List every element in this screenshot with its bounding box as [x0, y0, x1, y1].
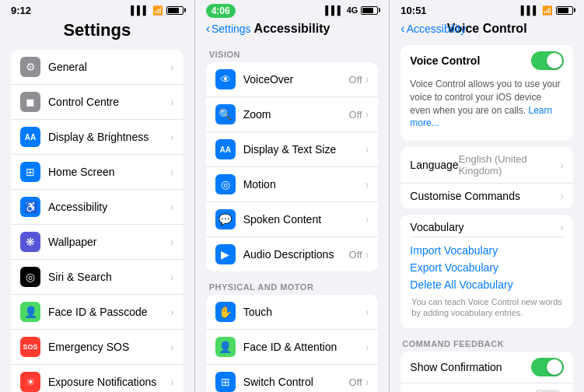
back-arrow-icon: ‹: [206, 22, 210, 36]
time-1: 9:12: [11, 5, 31, 16]
settings-item-zoom[interactable]: 🔍 Zoom Off ›: [206, 97, 379, 132]
settings-item-audio-desc[interactable]: ▶ Audio Descriptions Off ›: [206, 237, 379, 271]
time-2: 4:06: [206, 5, 236, 16]
toggle-knob-confirm: [547, 359, 562, 375]
audio-desc-label: Audio Descriptions: [243, 248, 349, 261]
chevron-customise-icon: ›: [560, 190, 564, 202]
settings-item-accessibility[interactable]: ♿ Accessibility ›: [11, 190, 184, 225]
chevron-icon: ›: [170, 271, 174, 283]
sos-icon: SOS: [20, 337, 40, 357]
chevron-icon: ›: [170, 306, 174, 318]
voice-control-toggle[interactable]: [531, 51, 564, 70]
show-confirm-toggle[interactable]: [531, 358, 564, 376]
exposure-label: Exposure Notifications: [48, 376, 170, 388]
vc-customise-row[interactable]: Customise Commands ›: [400, 184, 573, 208]
settings-item-wallpaper[interactable]: ❋ Wallpaper ›: [11, 225, 184, 260]
vc-language-row[interactable]: Language English (United Kingdom) ›: [400, 147, 573, 184]
chevron-icon: ›: [365, 341, 369, 353]
settings-list-3: Voice Control Voice Control allows you t…: [390, 42, 584, 392]
vocab-block: Vocabulary › Import Vocabulary Export Vo…: [400, 215, 573, 328]
settings-item-display[interactable]: AA Display & Brightness ›: [11, 120, 184, 155]
chevron-icon: ›: [170, 236, 174, 248]
chevron-icon: ›: [365, 376, 369, 388]
back-button-3[interactable]: ‹ Accessibility: [400, 22, 466, 36]
voiceover-value: Off: [349, 74, 362, 86]
settings-item-faceid[interactable]: 👤 Face ID & Passcode ›: [11, 295, 184, 330]
import-vocab-link[interactable]: Import Vocabulary: [410, 242, 564, 259]
motion-label: Motion: [243, 178, 365, 191]
settings-item-touch[interactable]: ✋ Touch ›: [206, 295, 379, 330]
settings-item-switch-control[interactable]: ⊞ Switch Control Off ›: [206, 365, 379, 392]
command-feedback-group: Show Confirmation Play Sound Show Hints: [400, 352, 573, 392]
battery-icon-2: [361, 6, 378, 15]
export-vocab-link[interactable]: Export Vocabulary: [410, 259, 564, 276]
settings-item-motion[interactable]: ◎ Motion ›: [206, 167, 379, 202]
wifi-icon: 📶: [152, 5, 163, 16]
settings-item-control-centre[interactable]: ◼ Control Centre ›: [11, 85, 184, 120]
language-value: English (United Kingdom): [459, 153, 558, 177]
touch-icon: ✋: [215, 302, 236, 322]
chevron-vocab-icon: ›: [560, 221, 564, 233]
settings-item-spoken[interactable]: 💬 Spoken Content ›: [206, 202, 379, 237]
status-icons-3: ▌▌▌ 📶: [521, 5, 573, 16]
chevron-icon: ›: [365, 306, 369, 318]
siri-label: Siri & Search: [48, 271, 170, 283]
battery-icon-3: [556, 6, 573, 15]
chevron-icon: ›: [170, 96, 174, 108]
settings-item-sos[interactable]: SOS Emergency SOS ›: [11, 330, 184, 365]
switch-control-label: Switch Control: [243, 376, 349, 388]
settings-item-home-screen[interactable]: ⊞ Home Screen ›: [11, 155, 184, 190]
display-label: Display & Brightness: [48, 131, 170, 143]
status-pill: 4:06: [206, 4, 236, 18]
settings-group-main: ⚙ General › ◼ Control Centre › AA Displa…: [11, 50, 184, 392]
time-3: 10:51: [400, 5, 426, 16]
audio-desc-value: Off: [349, 249, 362, 261]
settings-item-siri[interactable]: ◎ Siri & Search ›: [11, 260, 184, 295]
control-centre-label: Control Centre: [48, 96, 170, 108]
home-screen-label: Home Screen: [48, 166, 170, 178]
signal-icon: ▌▌▌: [131, 5, 149, 15]
show-confirm-row[interactable]: Show Confirmation: [400, 352, 573, 383]
display-text-label: Display & Text Size: [243, 143, 365, 156]
settings-item-exposure[interactable]: ☀ Exposure Notifications ›: [11, 365, 184, 392]
spoken-label: Spoken Content: [243, 213, 365, 226]
zoom-icon: 🔍: [215, 104, 236, 124]
chevron-icon: ›: [170, 166, 174, 178]
chevron-icon: ›: [170, 61, 174, 73]
customise-label: Customise Commands: [410, 190, 520, 202]
vocabulary-label: Vocabulary: [410, 221, 463, 233]
nav-bar-3: ‹ Accessibility Voice Control: [390, 19, 584, 42]
vision-group: 👁 VoiceOver Off › 🔍 Zoom Off › AA Displa…: [206, 62, 379, 271]
chevron-icon: ›: [365, 248, 369, 261]
zoom-value: Off: [349, 109, 362, 121]
vision-header: VISION: [206, 45, 379, 62]
motion-icon: ◎: [215, 174, 236, 194]
chevron-icon: ›: [365, 143, 369, 156]
teach-text: You can teach Voice Control new words by…: [410, 293, 564, 322]
voiceover-icon: 👁: [215, 69, 236, 89]
settings-item-general[interactable]: ⚙ General ›: [11, 50, 184, 85]
home-screen-icon: ⊞: [20, 162, 40, 182]
play-sound-row[interactable]: Play Sound: [400, 383, 573, 392]
page-title-2: Accessibility: [254, 22, 330, 36]
delete-vocab-link[interactable]: Delete All Vocabulary: [410, 276, 564, 293]
settings-item-voiceover[interactable]: 👁 VoiceOver Off ›: [206, 62, 379, 97]
settings-item-display-text[interactable]: AA Display & Text Size ›: [206, 132, 379, 167]
chevron-icon: ›: [365, 213, 369, 226]
motor-header: PHYSICAL AND MOTOR: [206, 278, 379, 295]
page-title-1: Settings: [11, 20, 184, 40]
back-button-2[interactable]: ‹ Settings: [206, 22, 251, 36]
status-bar-3: 10:51 ▌▌▌ 📶: [390, 0, 584, 19]
settings-item-faceid-attn[interactable]: 👤 Face ID & Attention ›: [206, 330, 379, 365]
display-icon: AA: [20, 127, 40, 147]
status-icons-2: ▌▌▌ 4G: [325, 5, 378, 15]
vc-lang-group: Language English (United Kingdom) › Cust…: [400, 147, 573, 208]
zoom-label: Zoom: [243, 108, 349, 121]
audio-desc-icon: ▶: [215, 244, 236, 264]
wallpaper-label: Wallpaper: [48, 236, 170, 248]
voiceover-label: VoiceOver: [243, 73, 349, 86]
settings-list-2: VISION 👁 VoiceOver Off › 🔍 Zoom Off › AA…: [195, 42, 390, 392]
chevron-icon: ›: [170, 201, 174, 213]
back-arrow-icon-3: ‹: [400, 22, 404, 36]
chevron-icon: ›: [365, 108, 369, 121]
